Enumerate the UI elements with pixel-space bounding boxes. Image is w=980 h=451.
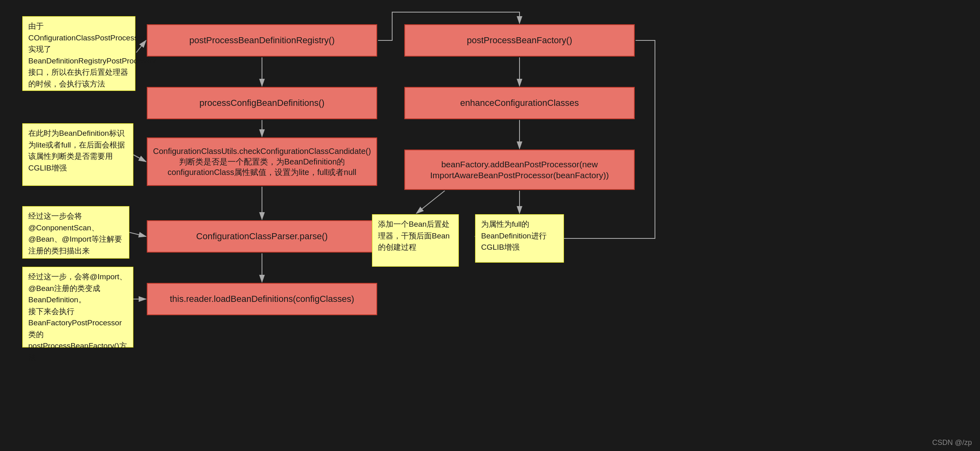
diagram-container: postProcessBeanDefinitionRegistry() proc… — [0, 0, 980, 451]
watermark: CSDN @/zp — [932, 438, 972, 447]
note-import-bean: 经过这一步，会将@Import、@Bean注册的类变成BeanDefinitio… — [22, 267, 133, 348]
svg-line-11 — [416, 191, 445, 213]
box-config-class-parser: ConfigurationClassParser.parse() — [147, 220, 377, 253]
note-bean-post-processor-add: 添加一个Bean后置处理器，干预后面Bean的创建过程 — [372, 214, 459, 267]
box-postprocess-registry: postProcessBeanDefinitionRegistry() — [147, 24, 377, 57]
box-add-bean-post-processor: beanFactory.addBeanPostProcessor(new Imp… — [404, 150, 635, 190]
svg-line-8 — [133, 155, 146, 162]
box-process-config: processConfigBeanDefinitions() — [147, 87, 377, 119]
note-bean-definition-lite-full: 在此时为BeanDefinition标识为lite或者full，在后面会根据该属… — [22, 123, 133, 186]
box-reader-load: this.reader.loadBeanDefinitions(configCl… — [147, 283, 377, 315]
svg-line-9 — [129, 232, 146, 236]
note-configuration-post-processor: 由于COnfigurationClassPostProcessor实现了Bean… — [22, 16, 135, 91]
box-config-class-utils: ConfigurationClassUtils.checkConfigurati… — [147, 137, 377, 186]
note-cglib-enhance: 为属性为full的BeanDefinition进行CGLIB增强 — [475, 214, 564, 263]
note-component-scan: 经过这一步会将@ConponentScan、@Bean、@Import等注解要注… — [22, 206, 129, 259]
box-postprocess-factory: postProcessBeanFactory() — [404, 24, 635, 57]
box-enhance-config: enhanceConfigurationClasses — [404, 87, 635, 119]
